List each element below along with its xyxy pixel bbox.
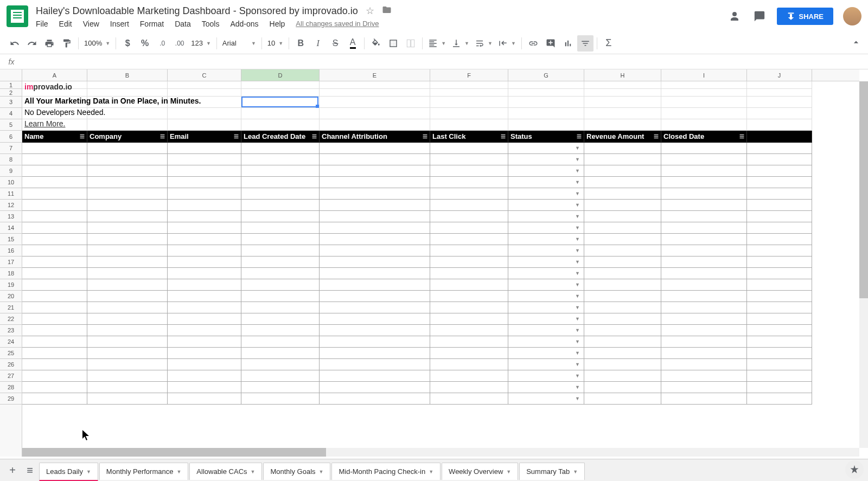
cell[interactable] <box>584 108 661 119</box>
functions-button[interactable]: Σ <box>601 35 617 52</box>
cell[interactable]: ▼ <box>508 165 584 177</box>
menu-insert[interactable]: Insert <box>110 20 129 28</box>
sheet-tab-mid-month-pacing-check-in[interactable]: Mid-Month Pacing Check-in▼ <box>331 463 441 480</box>
cell[interactable] <box>320 97 430 108</box>
cell[interactable] <box>430 177 508 188</box>
cell[interactable] <box>661 256 747 268</box>
cell[interactable] <box>320 188 430 200</box>
table-header-company[interactable]: Company☰ <box>87 131 168 143</box>
row-header-11[interactable]: 11 <box>0 188 22 200</box>
cell[interactable] <box>241 165 320 177</box>
cell[interactable] <box>22 154 87 165</box>
cell[interactable]: ▼ <box>508 313 584 325</box>
cell[interactable] <box>87 348 168 359</box>
fill-color-button[interactable] <box>368 35 384 52</box>
menu-data[interactable]: Data <box>175 20 191 28</box>
cell[interactable] <box>430 154 508 165</box>
insert-chart-button[interactable] <box>560 35 576 52</box>
cell[interactable] <box>320 245 430 256</box>
cell[interactable] <box>661 245 747 256</box>
paint-format-button[interactable] <box>59 35 75 52</box>
strikethrough-button[interactable]: S <box>327 35 343 52</box>
cell[interactable] <box>168 154 241 165</box>
row-header-13[interactable]: 13 <box>0 211 22 222</box>
cell[interactable] <box>320 165 430 177</box>
cell[interactable] <box>747 131 812 143</box>
cell[interactable] <box>747 279 812 291</box>
insert-link-button[interactable] <box>525 35 541 52</box>
dropdown-arrow-icon[interactable]: ▼ <box>575 225 582 230</box>
add-sheet-button[interactable]: + <box>4 462 21 478</box>
cell[interactable] <box>747 177 812 188</box>
cell[interactable]: ▼ <box>508 268 584 279</box>
sheet-tab-allowable-cacs[interactable]: Allowable CACs▼ <box>189 463 262 480</box>
row-header-20[interactable]: 20 <box>0 291 22 302</box>
cell[interactable] <box>584 234 661 245</box>
cell[interactable] <box>241 211 320 222</box>
cell[interactable] <box>747 359 812 370</box>
row-header-9[interactable]: 9 <box>0 165 22 177</box>
cell[interactable] <box>241 256 320 268</box>
cell[interactable] <box>22 177 87 188</box>
cell[interactable] <box>584 81 661 89</box>
column-header-E[interactable]: E <box>320 69 430 81</box>
cell[interactable]: ▼ <box>508 245 584 256</box>
cell[interactable] <box>747 370 812 382</box>
cell[interactable] <box>168 279 241 291</box>
cell[interactable] <box>584 256 661 268</box>
cell[interactable] <box>747 97 812 108</box>
column-header-F[interactable]: F <box>430 69 508 81</box>
cell[interactable] <box>22 302 87 313</box>
dropdown-arrow-icon[interactable]: ▼ <box>575 259 582 265</box>
cell[interactable] <box>168 245 241 256</box>
cell[interactable] <box>584 177 661 188</box>
cell[interactable] <box>661 279 747 291</box>
menu-format[interactable]: Format <box>140 20 164 28</box>
cell[interactable] <box>661 188 747 200</box>
cell[interactable] <box>661 165 747 177</box>
cell[interactable] <box>508 81 584 89</box>
menu-tools[interactable]: Tools <box>202 20 220 28</box>
cell[interactable] <box>661 97 747 108</box>
cell[interactable] <box>22 256 87 268</box>
cell[interactable] <box>320 393 430 405</box>
cell[interactable] <box>747 165 812 177</box>
dropdown-arrow-icon[interactable]: ▼ <box>575 191 582 196</box>
cell[interactable] <box>661 200 747 211</box>
cell[interactable]: ▼ <box>508 325 584 336</box>
cell[interactable] <box>430 313 508 325</box>
cell[interactable] <box>87 89 168 97</box>
save-status[interactable]: All changes saved in Drive <box>296 20 379 28</box>
cell[interactable] <box>661 177 747 188</box>
cell[interactable] <box>508 108 584 119</box>
cell[interactable] <box>747 245 812 256</box>
cell[interactable] <box>168 348 241 359</box>
horizontal-align-dropdown[interactable]: ▼ <box>426 36 448 51</box>
cell[interactable] <box>87 325 168 336</box>
cell[interactable] <box>747 348 812 359</box>
dropdown-arrow-icon[interactable]: ▼ <box>575 157 582 162</box>
cell[interactable] <box>168 211 241 222</box>
dropdown-arrow-icon[interactable]: ▼ <box>575 282 582 287</box>
row-header-4[interactable]: 4 <box>0 108 22 119</box>
row-header-24[interactable]: 24 <box>0 336 22 348</box>
cell[interactable] <box>584 165 661 177</box>
cell[interactable]: ▼ <box>508 370 584 382</box>
cell[interactable] <box>747 291 812 302</box>
cell[interactable] <box>87 234 168 245</box>
cell[interactable] <box>584 143 661 154</box>
row-header-18[interactable]: 18 <box>0 268 22 279</box>
dropdown-arrow-icon[interactable]: ▼ <box>575 214 582 219</box>
cell[interactable]: ▼ <box>508 382 584 393</box>
cell[interactable]: ▼ <box>508 348 584 359</box>
explore-button[interactable] <box>845 460 864 479</box>
cell[interactable] <box>584 97 661 108</box>
cell[interactable] <box>320 108 430 119</box>
row-header-12[interactable]: 12 <box>0 200 22 211</box>
cell[interactable] <box>168 108 241 119</box>
cell[interactable] <box>320 234 430 245</box>
row-header-23[interactable]: 23 <box>0 325 22 336</box>
cell[interactable] <box>430 279 508 291</box>
cell[interactable] <box>661 154 747 165</box>
cell[interactable] <box>508 119 584 131</box>
